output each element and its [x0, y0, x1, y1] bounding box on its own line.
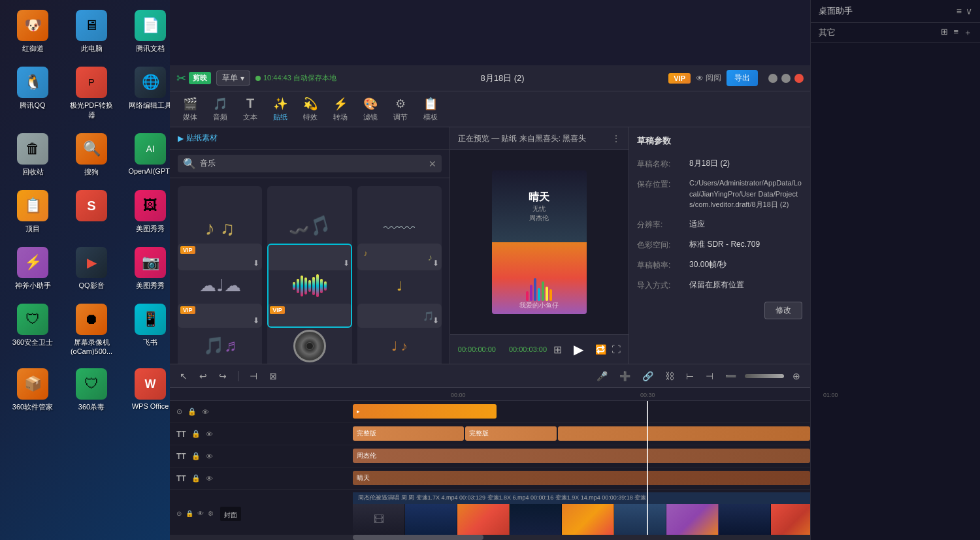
export-button[interactable]: 导出: [727, 70, 758, 86]
assistant-grid-icon[interactable]: ⊞: [941, 27, 948, 39]
track-1-eye-icon[interactable]: 👁: [202, 408, 209, 416]
dropdown-label: 草单: [222, 72, 238, 84]
cursor-tool[interactable]: ↖: [176, 369, 191, 383]
sticker-item-9[interactable]: ♩ ♪ ♫ ⬇: [357, 304, 442, 364]
toolbar-text[interactable]: T 文本: [237, 93, 264, 125]
icon-network-edit[interactable]: 🌐 网络编辑工具: [124, 63, 176, 123]
icon-screen-rec[interactable]: ⏺ 屏幕录像机(oCam)500...: [65, 300, 118, 358]
sticker-panel-title: 贴纸素材: [186, 133, 218, 144]
tool-5[interactable]: ⊢: [683, 369, 697, 383]
delete-tool[interactable]: ⊠: [266, 369, 280, 383]
track-1-clip[interactable]: ▸: [353, 404, 497, 419]
ruler-mark-1: 00:30: [640, 392, 655, 398]
search-clear-icon[interactable]: ✕: [429, 159, 436, 169]
toolbar-effects[interactable]: 💫 特效: [297, 94, 324, 125]
icon-hongyudao[interactable]: 🐶 红御道: [7, 7, 59, 57]
icon-360kill[interactable]: 🛡 360杀毒: [65, 365, 118, 415]
mic-icon[interactable]: 🎤: [593, 369, 611, 383]
icon-tencent-docs[interactable]: 📄 腾讯文档: [124, 7, 176, 57]
search-input[interactable]: [200, 159, 425, 168]
video-track-settings-icon[interactable]: ⚙: [208, 510, 214, 517]
undo-tool[interactable]: ↩: [196, 369, 210, 383]
redo-tool[interactable]: ↪: [216, 369, 230, 383]
tool-6[interactable]: ⊣: [702, 369, 717, 383]
track-2-eye-icon[interactable]: 👁: [206, 430, 213, 438]
track-2-clip-1[interactable]: 完整版: [353, 426, 464, 441]
assistant-menu-icon[interactable]: ≡: [956, 6, 962, 16]
assistant-collapse-icon[interactable]: ∨: [966, 6, 972, 16]
track-4-lock-icon[interactable]: 🔒: [191, 474, 201, 483]
fit-tool[interactable]: ⊕: [789, 369, 804, 383]
unlink-icon[interactable]: ⛓: [662, 369, 678, 383]
video-track-label-wrap: 封面: [220, 507, 241, 521]
toolbar-transition[interactable]: ⚡ 转场: [327, 94, 354, 125]
track-3-eye-icon[interactable]: 👁: [206, 453, 213, 460]
icon-wps[interactable]: W WPS Office: [124, 365, 176, 415]
track-3-clip-text: 周杰伦: [357, 451, 376, 460]
icon-this-pc[interactable]: 🖥 此电脑: [65, 7, 118, 57]
icon-shenjie[interactable]: ⚡ 神斧小助手: [7, 244, 59, 294]
prop-label-name: 草稿名称:: [637, 157, 689, 170]
track-2-clip-3[interactable]: [558, 426, 810, 441]
sticker-item-7[interactable]: VIP 🎵♬ ⬇: [178, 304, 262, 364]
split-tool[interactable]: ⊣: [246, 369, 261, 383]
toolbar-media[interactable]: 🎬 媒体: [176, 94, 204, 125]
assistant-list-icon[interactable]: ≡: [953, 27, 958, 39]
icon-feishu[interactable]: 📱 飞书: [124, 300, 176, 358]
zoom-slider[interactable]: [745, 374, 784, 378]
toolbar-sticker[interactable]: ✨ 贴纸: [267, 94, 294, 125]
track-4-clip[interactable]: 晴天: [353, 471, 810, 485]
toolbar-template[interactable]: 📋 模板: [417, 94, 444, 125]
video-track-lock-icon[interactable]: 🔒: [186, 510, 193, 517]
track-1-lock-icon[interactable]: 🔒: [188, 407, 197, 416]
icon-meitu[interactable]: 🖼 美图秀秀: [124, 187, 176, 237]
auto-save-status: 10:44:43 自动保存本地: [255, 73, 336, 83]
icon-360security[interactable]: 🛡 360安全卫士: [7, 300, 59, 358]
toolbar-audio[interactable]: 🎵 音频: [206, 94, 234, 125]
track-2-lock-icon[interactable]: 🔒: [191, 430, 201, 438]
track-3-clip[interactable]: 周杰伦: [353, 449, 810, 463]
zoom-out-tool[interactable]: ➖: [722, 369, 740, 383]
icon-tencent-qq[interactable]: 🐧 腾讯QQ: [7, 63, 59, 123]
preview-play-button[interactable]: ▶: [574, 341, 583, 357]
icon-360mgr[interactable]: 📦 360软件管家: [7, 365, 59, 415]
track-3-lock-icon[interactable]: 🔒: [191, 452, 201, 460]
icon-meitu2[interactable]: 📷 美图秀秀: [124, 244, 176, 294]
preview-controls: 00:00:00:00 00:00:03:00 ⊞ ▶ 🔁 ⛶: [450, 334, 629, 364]
video-track-cycle-icon[interactable]: ⊙: [176, 510, 182, 517]
sticker-item-8[interactable]: VIP ⬇: [267, 304, 351, 364]
toolbar-adjust[interactable]: ⚙ 调节: [387, 94, 414, 125]
prop-value-resolution: 适应: [689, 218, 802, 230]
toolbar-filter[interactable]: 🎨 滤镜: [357, 94, 384, 125]
preview-settings-icon[interactable]: ⋮: [612, 133, 621, 144]
timeline-scrollbar[interactable]: [170, 535, 810, 540]
zoom-in-icon[interactable]: ➕: [616, 369, 634, 383]
track-2-clip-2[interactable]: 完整版: [465, 426, 557, 441]
track-4-eye-icon[interactable]: 👁: [206, 475, 213, 483]
icon-dingding[interactable]: 📋 顶目: [7, 187, 59, 237]
maximize-button[interactable]: [781, 74, 791, 83]
project-dropdown[interactable]: 草单 ▾: [216, 71, 250, 86]
icon-recycle[interactable]: 🗑 回收站: [7, 130, 59, 180]
icon-sougou[interactable]: 🔍 搜狗: [65, 130, 118, 180]
preview-waveform: [526, 278, 552, 301]
preview-grid-icon[interactable]: ⊞: [553, 343, 562, 356]
timeline-scrollbar-thumb[interactable]: [353, 535, 483, 540]
props-edit-button[interactable]: 修改: [764, 302, 802, 319]
minimize-button[interactable]: [768, 74, 777, 83]
read-button[interactable]: 👁 阅阅: [696, 72, 721, 84]
wps-label: WPS Office: [132, 402, 169, 410]
video-thumbnails[interactable]: 🎞: [353, 504, 810, 535]
video-track-eye-icon[interactable]: 👁: [197, 510, 204, 517]
preview-loop-icon[interactable]: 🔁: [595, 344, 606, 355]
icon-s-logo[interactable]: S: [65, 187, 118, 237]
close-button[interactable]: [794, 74, 804, 83]
assistant-add-icon[interactable]: ＋: [964, 27, 972, 39]
track-1-cycle-icon[interactable]: ⊙: [176, 407, 182, 416]
preview-fullscreen-icon[interactable]: ⛶: [612, 344, 621, 355]
icon-qqplayer[interactable]: ▶ QQ影音: [65, 244, 118, 294]
prop-row-path: 保存位置: C:/Users/Administrator/AppData/Loc…: [637, 178, 802, 210]
icon-openai[interactable]: AI OpenAI(GPT): [124, 130, 176, 180]
link-icon[interactable]: 🔗: [639, 369, 657, 383]
icon-jipdf[interactable]: P 极光PDF转换器: [65, 63, 118, 123]
